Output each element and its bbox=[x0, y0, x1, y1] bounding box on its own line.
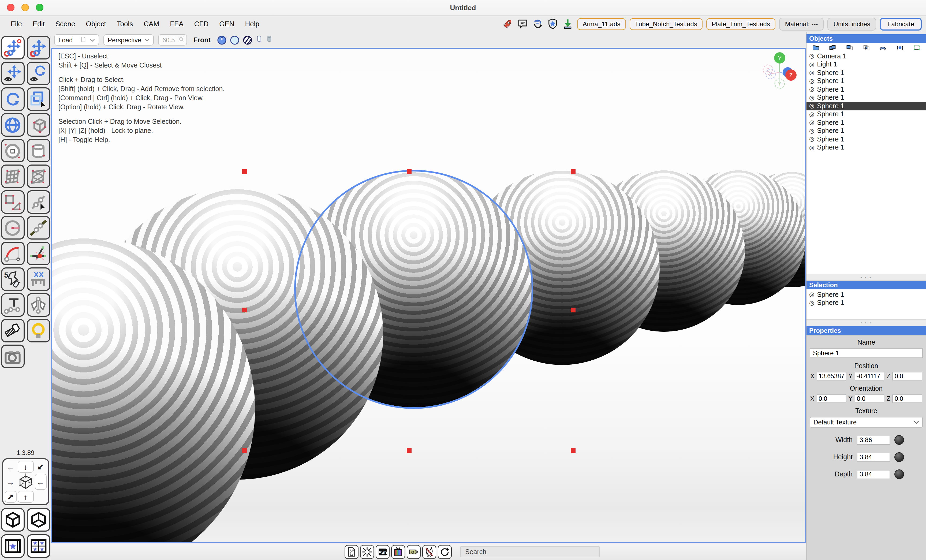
height-field[interactable] bbox=[857, 453, 890, 462]
object-item[interactable]: ◎Sphere 1 bbox=[806, 110, 926, 118]
mesh-plane-button[interactable] bbox=[1, 165, 24, 188]
file-button[interactable]: Arma_11.ads bbox=[577, 18, 626, 30]
grid-stars-button[interactable]: ★★★★ bbox=[27, 534, 50, 558]
visibility-target-icon[interactable]: ◎ bbox=[809, 94, 814, 101]
object-item[interactable]: ◎Sphere 1 bbox=[806, 102, 926, 110]
position-x-field[interactable] bbox=[816, 372, 846, 380]
stage-star-button[interactable]: ★ bbox=[1, 534, 24, 558]
selection-handle[interactable] bbox=[242, 448, 247, 453]
fov-field[interactable]: 60.5 bbox=[158, 34, 187, 45]
selection-handle[interactable] bbox=[407, 169, 411, 174]
flat-view-toggle-icon[interactable] bbox=[230, 35, 239, 45]
t-node-button[interactable] bbox=[1, 293, 24, 317]
export-image-button[interactable] bbox=[345, 545, 359, 558]
nav-arrow-button[interactable]: ↙ bbox=[34, 460, 47, 473]
menu-cfd[interactable]: CFD bbox=[189, 20, 214, 28]
cube-bottom-view-button[interactable] bbox=[27, 508, 50, 531]
shaded-view-toggle-icon[interactable] bbox=[217, 35, 227, 45]
visibility-target-icon[interactable]: ◎ bbox=[809, 300, 814, 307]
bend-icon[interactable] bbox=[879, 44, 887, 51]
selection-handle[interactable] bbox=[242, 169, 247, 174]
move-select-closest-button[interactable] bbox=[1, 36, 24, 59]
camera-button[interactable] bbox=[1, 345, 24, 368]
axis-gizmo[interactable]: Z X Y Y Z bbox=[759, 50, 800, 92]
menu-help[interactable]: Help bbox=[240, 20, 265, 28]
object-item[interactable]: ◎Camera 1 bbox=[806, 52, 926, 60]
units-button[interactable]: Units: inches bbox=[828, 17, 876, 30]
object-item[interactable]: ◎Sphere 1 bbox=[806, 135, 926, 143]
marquee-select-button[interactable] bbox=[27, 87, 50, 111]
selection-handle[interactable] bbox=[570, 448, 575, 453]
selection-ring[interactable] bbox=[294, 170, 533, 409]
menu-file[interactable]: File bbox=[5, 20, 27, 28]
width-knob[interactable] bbox=[894, 435, 904, 445]
download-icon[interactable] bbox=[562, 18, 573, 29]
search-input[interactable] bbox=[460, 546, 600, 557]
cube-top-view-button[interactable] bbox=[1, 508, 24, 531]
circle-radius-button[interactable] bbox=[1, 216, 24, 239]
wire-cylinder-toggle-icon[interactable] bbox=[256, 35, 263, 45]
visibility-target-icon[interactable]: ◎ bbox=[809, 144, 814, 151]
height-knob[interactable] bbox=[894, 452, 904, 462]
visibility-target-icon[interactable]: ◎ bbox=[809, 53, 814, 60]
close-window-button[interactable] bbox=[7, 4, 14, 11]
position-y-field[interactable] bbox=[855, 372, 884, 380]
viewport-3d[interactable]: [ESC] - UnselectShift + [Q] - Select & M… bbox=[51, 48, 806, 543]
boolean-union-icon[interactable] bbox=[829, 44, 837, 51]
panel-splitter[interactable]: • • • bbox=[806, 319, 926, 326]
selection-handle[interactable] bbox=[407, 448, 411, 453]
selection-handle[interactable] bbox=[570, 169, 575, 174]
shield-star-icon[interactable] bbox=[547, 18, 558, 29]
polyline-button[interactable] bbox=[27, 216, 50, 239]
object-item[interactable]: ◎Sphere 1 bbox=[806, 94, 926, 102]
texture-dropdown[interactable]: Default Texture bbox=[810, 417, 923, 428]
render-tv-button[interactable] bbox=[391, 545, 405, 558]
width-field[interactable] bbox=[857, 435, 890, 445]
menu-gen[interactable]: GEN bbox=[214, 20, 239, 28]
visibility-target-icon[interactable]: ◎ bbox=[809, 61, 814, 68]
visibility-target-icon[interactable]: ◎ bbox=[809, 103, 814, 110]
point-burst-button[interactable] bbox=[27, 242, 50, 265]
object-item[interactable]: ◎Sphere 1 bbox=[806, 69, 926, 77]
panel-splitter[interactable]: • • • bbox=[806, 274, 926, 281]
spray-polygon-button[interactable]: 5 bbox=[1, 267, 24, 291]
object-item[interactable]: ◎Sphere 1 bbox=[806, 77, 926, 85]
nav-arrow-button[interactable]: → bbox=[4, 473, 17, 490]
nav-arrow-button[interactable]: ↑ bbox=[17, 491, 33, 502]
position-z-field[interactable] bbox=[893, 372, 922, 380]
pan-view-button[interactable] bbox=[1, 62, 24, 85]
rocket-icon[interactable] bbox=[502, 18, 513, 29]
visibility-target-icon[interactable]: ◎ bbox=[809, 78, 814, 85]
mirror-button[interactable] bbox=[27, 293, 50, 317]
zebra-view-toggle-icon[interactable] bbox=[243, 35, 253, 45]
arc-button[interactable] bbox=[1, 242, 24, 265]
folder-icon[interactable] bbox=[812, 44, 820, 51]
object-item[interactable]: ◎Sphere 1 bbox=[806, 127, 926, 135]
file-button[interactable]: Tube_Notch_Test.ads bbox=[629, 18, 702, 30]
menu-scene[interactable]: Scene bbox=[50, 20, 81, 28]
file-button[interactable]: Plate_Trim_Test.ads bbox=[706, 18, 775, 30]
tag-button[interactable]: G bbox=[407, 545, 421, 558]
revolve-icon[interactable] bbox=[896, 44, 904, 51]
load-dropdown[interactable]: Load bbox=[54, 34, 99, 45]
visibility-target-icon[interactable]: ◎ bbox=[809, 136, 814, 143]
shapes-2d-button[interactable] bbox=[1, 190, 24, 214]
material-button[interactable]: Material: --- bbox=[779, 17, 824, 30]
visibility-target-icon[interactable]: ◎ bbox=[809, 127, 814, 135]
triangulated-plane-button[interactable] bbox=[27, 165, 50, 188]
rotate-button[interactable] bbox=[1, 87, 24, 111]
menu-edit[interactable]: Edit bbox=[27, 20, 50, 28]
zoom-window-button[interactable] bbox=[36, 4, 43, 11]
visibility-target-icon[interactable]: ◎ bbox=[809, 111, 814, 118]
sync-icon[interactable] bbox=[532, 18, 543, 29]
visibility-target-icon[interactable]: ◎ bbox=[809, 119, 814, 126]
selection-handle[interactable] bbox=[242, 307, 247, 312]
globe-button[interactable] bbox=[1, 113, 24, 137]
fabricate-button[interactable]: Fabricate bbox=[880, 17, 922, 30]
cylinder-button[interactable] bbox=[27, 139, 50, 162]
solid-cylinder-toggle-icon[interactable] bbox=[266, 35, 273, 45]
refresh-button[interactable] bbox=[438, 545, 452, 558]
visibility-target-icon[interactable]: ◎ bbox=[809, 86, 814, 93]
selection-item[interactable]: ◎Sphere 1 bbox=[806, 291, 926, 299]
bench-xx-button[interactable]: XX bbox=[27, 267, 50, 291]
